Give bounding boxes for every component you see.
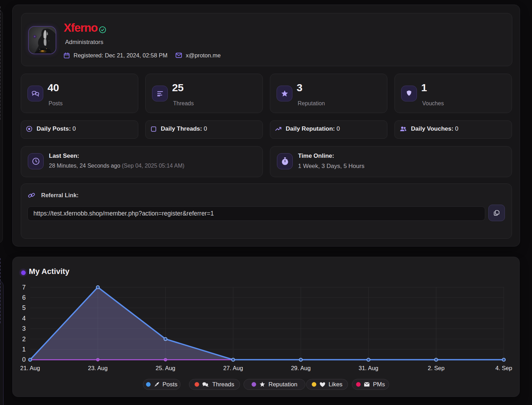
svg-text:1: 1 bbox=[22, 346, 26, 353]
svg-text:5: 5 bbox=[22, 304, 26, 311]
svg-text:2: 2 bbox=[22, 336, 26, 343]
svg-text:27. Aug: 27. Aug bbox=[223, 365, 243, 371]
svg-text:2. Sep: 2. Sep bbox=[428, 365, 445, 371]
svg-text:21. Aug: 21. Aug bbox=[20, 365, 40, 371]
svg-text:3: 3 bbox=[22, 325, 26, 332]
svg-text:25. Aug: 25. Aug bbox=[156, 365, 175, 371]
svg-text:7: 7 bbox=[22, 284, 26, 291]
svg-text:29. Aug: 29. Aug bbox=[291, 365, 311, 371]
svg-text:6: 6 bbox=[22, 294, 26, 301]
svg-text:4. Sep: 4. Sep bbox=[495, 365, 512, 371]
svg-text:31. Aug: 31. Aug bbox=[359, 365, 378, 371]
svg-text:4: 4 bbox=[22, 315, 26, 322]
svg-text:23. Aug: 23. Aug bbox=[88, 365, 108, 371]
svg-text:0: 0 bbox=[22, 356, 26, 363]
